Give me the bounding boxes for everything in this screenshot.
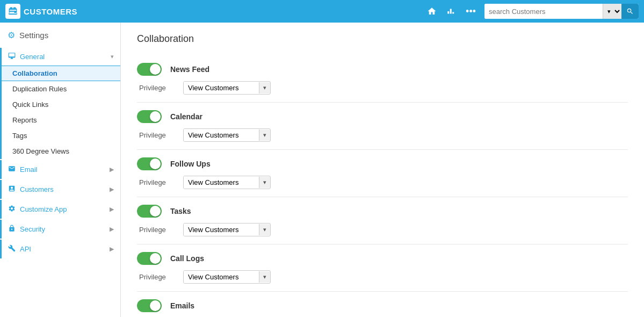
call-logs-privilege-select[interactable]: View Customers Edit Customers Delete Cus…: [184, 271, 259, 283]
calendar-select-arrow-icon: ▾: [259, 129, 270, 141]
tasks-privilege-select[interactable]: View Customers Edit Customers Delete Cus…: [184, 224, 259, 236]
charts-button[interactable]: [443, 4, 459, 18]
chevron-down-icon: ▾: [111, 53, 114, 60]
customers-arrow-icon: ▶: [110, 186, 114, 193]
sidebar-item-email[interactable]: Email ▶: [0, 160, 120, 179]
tags-item[interactable]: Tags: [2, 128, 120, 143]
home-button[interactable]: [424, 4, 440, 18]
tasks-privilege-select-wrap: View Customers Edit Customers Delete Cus…: [183, 223, 271, 236]
follow-ups-privilege-select[interactable]: View Customers Edit Customers Delete Cus…: [184, 176, 259, 189]
duplication-rules-item[interactable]: Duplication Rules: [2, 81, 120, 97]
customize-icon: [8, 205, 16, 214]
svg-rect-0: [9, 9, 17, 15]
email-icon: [8, 165, 16, 174]
calendar-toggle[interactable]: [137, 110, 162, 123]
call-logs-privilege-select-wrap: View Customers Edit Customers Delete Cus…: [183, 270, 271, 284]
tasks-privilege: Privilege View Customers Edit Customers …: [137, 223, 628, 236]
news-feed-privilege: Privilege View Customers Edit Customers …: [137, 81, 628, 95]
collaboration-item[interactable]: Collaboration: [2, 66, 120, 81]
more-button[interactable]: •••: [462, 4, 479, 19]
sidebar-general-header[interactable]: General ▾: [2, 48, 120, 66]
search-bar: ▾: [484, 4, 639, 19]
email-arrow-icon: ▶: [110, 166, 114, 173]
api-arrow-icon: ▶: [110, 246, 114, 253]
app-header: CUSTOMERS ••• ▾: [0, 0, 644, 23]
customize-arrow-icon: ▶: [110, 206, 114, 213]
customize-app-label: Customize App: [20, 205, 67, 213]
security-label: Security: [20, 225, 45, 233]
calendar-privilege-select-wrap: View Customers Edit Customers Delete Cus…: [183, 128, 271, 142]
emails-toggle[interactable]: [137, 299, 162, 312]
tasks-label: Tasks: [170, 207, 191, 215]
app-logo-icon: [5, 4, 20, 19]
svg-rect-5: [10, 12, 15, 13]
security-arrow-icon: ▶: [110, 226, 114, 233]
call-logs-label: Call Logs: [170, 254, 204, 263]
360-degree-views-item[interactable]: 360 Degree Views: [2, 143, 120, 159]
emails-label: Emails: [170, 301, 194, 310]
call-logs-row: Call Logs Privilege View Customers Edit …: [137, 244, 628, 292]
api-label: API: [20, 245, 31, 253]
settings-label: Settings: [19, 31, 48, 40]
search-input[interactable]: [484, 4, 603, 19]
general-label: General: [20, 53, 45, 61]
news-feed-row: News Feed Privilege View Customers Edit …: [137, 55, 628, 103]
monitor-icon: [8, 52, 16, 61]
calendar-row: Calendar Privilege View Customers Edit C…: [137, 103, 628, 150]
api-icon: [8, 244, 16, 254]
security-icon: [8, 225, 16, 234]
tasks-toggle[interactable]: [137, 205, 162, 218]
reports-item[interactable]: Reports: [2, 112, 120, 128]
email-label: Email: [20, 165, 38, 174]
news-feed-select-arrow-icon: ▾: [259, 82, 270, 93]
app-logo: CUSTOMERS: [5, 4, 77, 19]
search-button[interactable]: [621, 4, 639, 19]
tasks-select-arrow-icon: ▾: [259, 224, 270, 235]
sidebar-settings-header: ⚙ Settings: [0, 23, 120, 48]
calendar-privilege: Privilege View Customers Edit Customers …: [137, 128, 628, 142]
call-logs-select-arrow-icon: ▾: [259, 271, 270, 283]
follow-ups-label: Follow Ups: [170, 160, 211, 168]
svg-rect-4: [10, 10, 17, 11]
quick-links-item[interactable]: Quick Links: [2, 97, 120, 112]
app-title: CUSTOMERS: [24, 7, 77, 16]
search-type-select[interactable]: ▾: [603, 4, 621, 19]
customers-label: Customers: [20, 185, 54, 193]
sidebar-item-api[interactable]: API ▶: [0, 240, 120, 258]
tasks-row: Tasks Privilege View Customers Edit Cust…: [137, 197, 628, 244]
app-layout: ⚙ Settings General ▾ Collaboration Dupli…: [0, 23, 644, 317]
sidebar-section-general: General ▾ Collaboration Duplication Rule…: [0, 48, 120, 159]
sidebar: ⚙ Settings General ▾ Collaboration Dupli…: [0, 23, 121, 317]
header-nav-icons: •••: [424, 4, 479, 19]
emails-row: Emails Privilege View Customers Edit Cus…: [137, 292, 628, 317]
follow-ups-privilege: Privilege View Customers Edit Customers …: [137, 176, 628, 189]
customers-icon: [8, 185, 16, 194]
main-content: Collaboration News Feed Privilege View C…: [121, 23, 644, 317]
follow-ups-select-arrow-icon: ▾: [259, 177, 270, 188]
settings-icon: ⚙: [8, 30, 15, 40]
sidebar-item-customize-app[interactable]: Customize App ▶: [0, 200, 120, 219]
follow-ups-row: Follow Ups Privilege View Customers Edit…: [137, 150, 628, 197]
sidebar-item-customers[interactable]: Customers ▶: [0, 180, 120, 199]
news-feed-privilege-select[interactable]: View Customers Edit Customers Delete Cus…: [184, 82, 259, 94]
sidebar-item-security[interactable]: Security ▶: [0, 220, 120, 239]
news-feed-privilege-select-wrap: View Customers Edit Customers Delete Cus…: [183, 81, 271, 95]
calendar-privilege-select[interactable]: View Customers Edit Customers Delete Cus…: [184, 129, 259, 141]
calendar-label: Calendar: [170, 112, 202, 121]
follow-ups-privilege-select-wrap: View Customers Edit Customers Delete Cus…: [183, 176, 271, 189]
news-feed-toggle[interactable]: [137, 63, 162, 76]
news-feed-label: News Feed: [170, 65, 209, 74]
page-title: Collaboration: [137, 33, 628, 45]
follow-ups-toggle[interactable]: [137, 157, 162, 170]
call-logs-privilege: Privilege View Customers Edit Customers …: [137, 270, 628, 284]
call-logs-toggle[interactable]: [137, 252, 162, 265]
